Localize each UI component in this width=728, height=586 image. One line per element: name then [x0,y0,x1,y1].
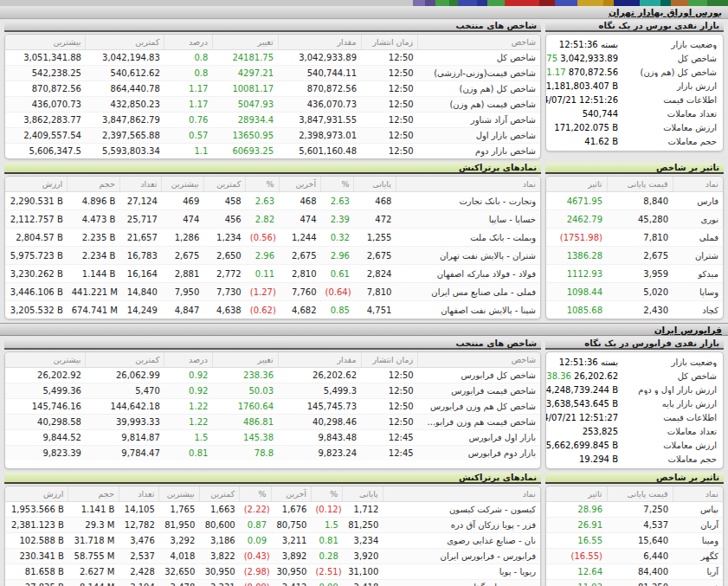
cell-value: 3,446.106 B [5,283,68,301]
symbol-link[interactable]: فملی [673,229,723,247]
symbol-link[interactable]: آریان [673,518,723,533]
column-header[interactable]: % [246,177,279,192]
table-row: فزر - پویا زرکان آق دره81,2501.580,7500.… [5,518,540,533]
heatmap-segment [425,0,435,6]
symbol-link[interactable]: فزر [673,580,723,586]
symbol-link[interactable]: کچاد [673,301,723,319]
symbol-link[interactable]: ریوپا - پویا [383,564,540,580]
column-header[interactable]: شاخص [418,35,540,50]
symbol-link[interactable]: فرابورس - فرابورس ایران [383,549,540,564]
column-header[interactable]: پایانی [354,177,396,192]
cell-value: 80,600 [199,518,239,533]
cell-value: 12:50 [361,113,418,128]
column-header[interactable]: تغییر [212,35,278,50]
symbol-link[interactable]: شتران - پالایش نفت تهران [396,247,540,265]
symbol-link[interactable]: بپاس [673,502,723,518]
column-header[interactable]: آخرین [279,177,320,192]
cell-value: 7,810 [607,229,673,247]
cell-value: 12:50 [361,383,418,399]
cell-value: 2,824 [354,265,396,283]
bourse-most-traded-header: نمادهای پرتراکنش [4,163,541,174]
column-header[interactable]: تاثیر [546,486,607,502]
exchange-title-link[interactable]: بورس اوراق بهادار تهران [609,7,722,17]
cell-value: 0.92 [164,368,213,383]
column-header[interactable]: نماد [383,486,540,502]
symbol-link[interactable]: فزر - پویا زرکان آق دره [383,518,540,533]
cell-value: (0.56) [246,229,279,247]
symbol-link[interactable]: وبملت - بانک ملت [396,229,540,247]
cell-value: 674.741 M [68,301,120,319]
column-header[interactable]: % [240,486,271,502]
column-header[interactable]: تغییر [212,352,278,368]
cell-value: 1,765 [159,502,199,518]
cell-value: (16.55) [546,549,607,564]
column-header[interactable]: حجم [68,486,119,502]
column-header[interactable]: کمترین [86,352,164,368]
farabourse-title-link[interactable]: فرابورس ایران [654,325,722,335]
symbol-link[interactable]: فملی - ملی صنایع مس ایران [396,283,540,301]
symbol-link[interactable]: وساپا [673,283,723,301]
symbol-link[interactable]: شپنا - پالایش نفت اصفهان [396,301,540,319]
column-header[interactable]: زمان انتشار [361,35,418,50]
column-header[interactable]: بیشترین [162,177,203,192]
column-header[interactable]: % [311,486,342,502]
cell-value: 3,186 [199,533,239,549]
cell-value: 81.658 B [5,564,68,580]
column-header[interactable]: حجم [68,177,120,192]
cell-value: 1,255 [354,229,396,247]
symbol-link[interactable]: شتران [673,247,723,265]
column-header[interactable]: قیمت پایانی [607,177,673,192]
table-row: بپاس7,25028.96 [546,502,723,518]
column-header[interactable]: آخرین [271,486,311,502]
column-header[interactable]: مقدار [278,35,361,50]
column-header[interactable]: تعداد [119,177,161,192]
data-table: شاخصزمان انتشارمقدارتغییردرصدکمترینبیشتر… [5,35,540,158]
column-header[interactable]: کمترین [199,486,239,502]
column-header[interactable]: نماد [673,177,723,192]
symbol-link[interactable]: میدکو [673,265,723,283]
column-header[interactable]: زمان انتشار [361,352,418,368]
symbol-link[interactable]: مهر - سرمایه گذاری مهر [383,580,540,586]
cell-value: 9,814.87 [86,430,164,446]
symbol-link[interactable]: ومینا [673,533,723,549]
column-header[interactable]: درصد [164,35,213,50]
column-header[interactable]: تعداد [119,486,158,502]
symbol-link[interactable]: وتجارت - بانک تجارت [396,192,540,210]
symbol-link[interactable]: کگهر [673,549,723,564]
cell-value: 436,070.73 [5,97,86,113]
column-header[interactable]: پایانی [343,486,383,502]
column-header[interactable]: % [321,177,354,192]
overview-label: ارزش بازار [618,81,717,91]
overview-row: تعداد معاملات540,744 [552,106,717,120]
cell-value: 31.718 M [68,533,119,549]
column-header[interactable]: درصد [164,352,213,368]
symbol-link[interactable]: آریا [673,564,723,580]
symbol-link[interactable]: فارس [673,192,723,210]
cell-value: 2.96 [321,247,354,265]
symbol-link[interactable]: کیسون - شرکت کیسون [383,502,540,518]
column-header[interactable]: شاخص [418,352,540,368]
column-header[interactable]: قیمت پایانی [607,486,673,502]
heatmap-segment [603,0,614,6]
column-header[interactable]: ارزش [5,486,68,502]
column-header[interactable]: نماد [673,486,723,502]
cell-value: 12:50 [361,81,418,97]
column-header[interactable]: بیشترین [159,486,199,502]
symbol-link[interactable]: نوری [673,210,723,229]
symbol-link[interactable]: فولاد - فولاد مبارکه اصفهان [396,265,540,283]
symbol-link[interactable]: خساپا - سایپا [396,210,540,229]
symbol-link[interactable]: نان - صنایع غذایی رضوی [383,533,540,549]
column-header[interactable]: بیشترین [5,352,86,368]
table-row: میدکو3,9591112.93 [546,265,723,283]
cell-value: 2,194 [119,580,158,586]
table-row: نوری45,2802462.79 [546,210,723,229]
column-header[interactable]: بیشترین [5,35,86,50]
column-header[interactable]: تاثیر [546,177,607,192]
column-header[interactable]: ارزش [5,177,68,192]
column-header[interactable]: نماد [396,177,540,192]
column-header[interactable]: کمترین [86,35,164,50]
cell-value: 0.92 [164,383,213,399]
cell-value: 0.09 [311,580,342,586]
column-header[interactable]: کمترین [203,177,245,192]
column-header[interactable]: مقدار [278,352,361,368]
